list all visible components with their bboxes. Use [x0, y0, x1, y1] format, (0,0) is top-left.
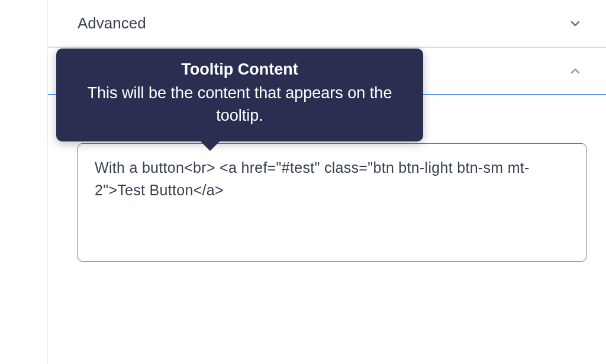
- accordion-advanced-title: Advanced: [78, 14, 146, 33]
- tooltip-content-textarea[interactable]: [78, 143, 586, 262]
- chevron-down-icon: [568, 17, 582, 31]
- tooltip-popup: Tooltip Content This will be the content…: [56, 49, 423, 141]
- tooltip-popup-body: This will be the content that appears on…: [74, 82, 405, 127]
- tooltip-popup-title: Tooltip Content: [74, 60, 405, 79]
- accordion-advanced[interactable]: Advanced: [48, 0, 606, 47]
- chevron-up-icon: [568, 64, 582, 78]
